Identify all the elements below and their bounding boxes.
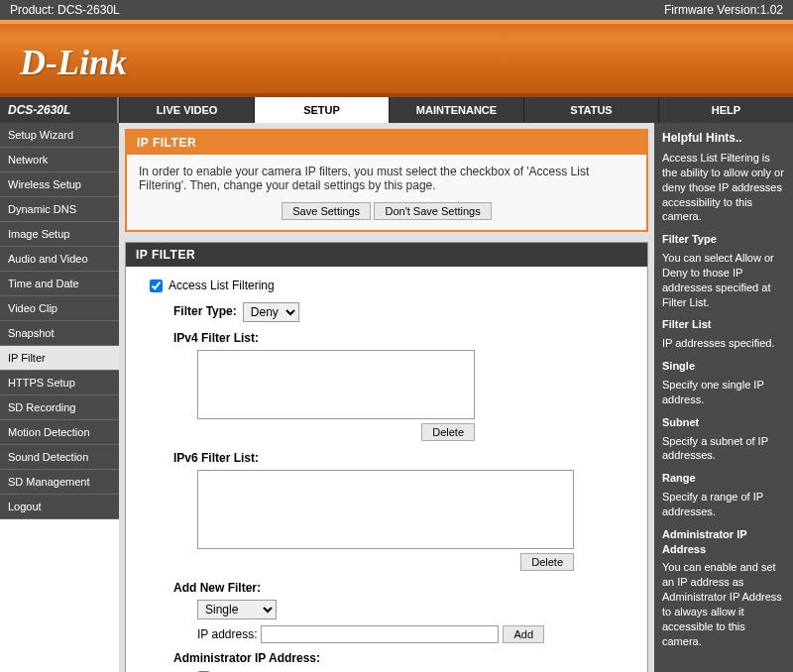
add-button[interactable]: Add [503,625,544,643]
ip-address-input[interactable] [261,625,499,643]
tab-status[interactable]: STATUS [523,97,658,123]
sidebar-item-logout[interactable]: Logout [0,495,119,519]
product-label: Product: DCS-2630L [10,3,120,17]
save-settings-button-top[interactable]: Save Settings [282,202,371,220]
tab-setup[interactable]: SETUP [254,97,389,123]
sidebar-item-motion-detection[interactable]: Motion Detection [0,420,119,445]
hint-text: You can select Allow or Deny to those IP… [662,251,785,309]
sidebar-item-setup-wizard[interactable]: Setup Wizard [0,123,119,148]
help-column: Helpful Hints.. Access List Filtering is… [654,123,793,672]
ipv4-filter-listbox[interactable] [197,350,475,419]
hint-text: Specify one single IP address. [662,378,785,407]
sidebar-item-wireless-setup[interactable]: Wireless Setup [0,172,119,197]
hint-text: Specify a range of IP addresses. [662,490,785,519]
sidebar-item-image-setup[interactable]: Image Setup [0,222,119,247]
info-panel-title: IP FILTER [127,131,646,155]
dont-save-settings-button-top[interactable]: Don't Save Settings [374,202,491,220]
main-tabs: LIVE VIDEOSETUPMAINTENANCESTATUSHELP [119,97,793,123]
banner: D-Link [0,20,793,97]
add-new-label: Add New Filter: [173,581,623,595]
sidebar-item-snapshot[interactable]: Snapshot [0,321,119,346]
tab-maintenance[interactable]: MAINTENANCE [389,97,523,123]
section-title: IP FILTER [126,243,647,267]
sidebar-item-time-and-date[interactable]: Time and Date [0,272,119,296]
hint-text: IP addresses specified. [662,336,785,351]
access-list-checkbox[interactable] [150,280,163,292]
content-area: IP FILTER In order to enable your camera… [119,123,654,672]
access-list-label: Access List Filtering [169,279,275,292]
filter-type-select[interactable]: Deny [243,302,299,322]
sidebar-item-sound-detection[interactable]: Sound Detection [0,445,119,470]
model-label: DCS-2630L [0,97,119,123]
ipv6-delete-button[interactable]: Delete [520,553,574,571]
sidebar-item-https-setup[interactable]: HTTPS Setup [0,371,119,395]
ipv6-filter-listbox[interactable] [197,470,574,549]
help-title: Helpful Hints.. [662,131,785,145]
admin-ip-label: Administrator IP Address: [173,651,623,665]
tab-live-video[interactable]: LIVE VIDEO [119,97,254,123]
info-panel: IP FILTER In order to enable your camera… [125,129,648,232]
sidebar-item-sd-recording[interactable]: SD Recording [0,395,119,420]
ipv4-delete-button[interactable]: Delete [421,423,475,441]
sidebar-item-ip-filter[interactable]: IP Filter [0,346,119,371]
ipv6-label: IPv6 Filter List: [173,451,623,465]
hint-head: Range [662,471,785,486]
firmware-label: Firmware Version:1.02 [664,3,783,17]
info-text: In order to enable your camera IP filter… [139,165,634,192]
hint-head: Filter List [662,317,785,332]
sidebar-item-audio-and-video[interactable]: Audio and Video [0,247,119,272]
hint-head: Administrator IP Address [662,527,785,557]
add-filter-type-select[interactable]: Single [197,600,277,619]
filter-type-label: Filter Type: [173,304,237,318]
hint-head: Subnet [662,415,785,430]
hint-head: Single [662,359,785,374]
info-panel-body: In order to enable your camera IP filter… [127,155,646,230]
sidebar-item-video-clip[interactable]: Video Clip [0,296,119,321]
sidebar-item-dynamic-dns[interactable]: Dynamic DNS [0,197,119,222]
tab-help[interactable]: HELP [658,97,793,123]
hint-head: Filter Type [662,232,785,247]
dlink-logo: D-Link [20,42,773,83]
sidebar: Setup WizardNetworkWireless SetupDynamic… [0,123,119,672]
hint-text: You can enable and set an IP address as … [662,560,785,648]
hint-text: Access List Filtering is the ability to … [662,151,785,224]
sidebar-item-network[interactable]: Network [0,148,119,172]
ip-filter-section: IP FILTER Access List Filtering Filter T… [125,242,648,672]
ip-address-label: IP address: [197,627,257,641]
ipv4-label: IPv4 Filter List: [173,331,623,345]
hint-text: Specify a subnet of IP addresses. [662,434,785,464]
sidebar-item-sd-management[interactable]: SD Management [0,470,119,495]
top-bar: Product: DCS-2630L Firmware Version:1.02 [0,0,793,20]
